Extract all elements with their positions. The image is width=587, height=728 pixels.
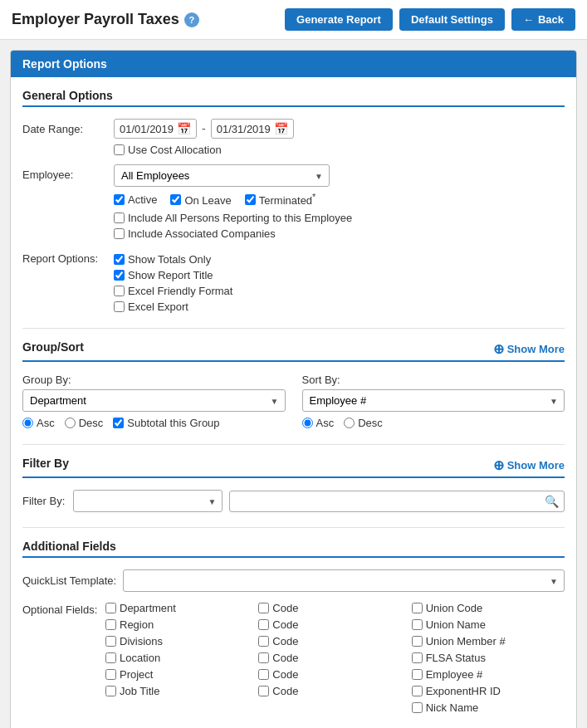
filter-search-icon[interactable]: 🔍: [545, 495, 559, 508]
calendar-from-icon[interactable]: 📅: [177, 122, 191, 135]
group-sort-selects-row: Group By: Department Employee Job Title …: [22, 374, 565, 429]
terminated-checkbox[interactable]: Terminated*: [245, 192, 316, 207]
filter-select-wrapper[interactable]: Department Employee Job Title: [73, 490, 223, 512]
filter-value-input[interactable]: [235, 495, 545, 507]
opt-project[interactable]: Project: [105, 668, 258, 681]
show-report-title-checkbox[interactable]: Show Report Title: [114, 269, 565, 281]
default-settings-button[interactable]: Default Settings: [399, 8, 505, 31]
opt-union-name[interactable]: Union Name: [412, 618, 565, 631]
show-totals-checkbox[interactable]: Show Totals Only: [114, 253, 565, 266]
opt-union-member[interactable]: Union Member #: [412, 635, 565, 647]
employee-controls: All Employees Specific Employee Active: [114, 164, 565, 240]
calendar-to-icon[interactable]: 📅: [274, 122, 288, 135]
opt-location-input[interactable]: [105, 652, 116, 663]
opt-divisions-input[interactable]: [105, 636, 116, 647]
opt-union-code-input[interactable]: [412, 603, 423, 613]
employee-select[interactable]: All Employees Specific Employee: [114, 164, 330, 187]
active-input[interactable]: [114, 194, 125, 205]
opt-code-5[interactable]: Code: [258, 668, 411, 681]
sort-desc-input[interactable]: [344, 418, 355, 428]
opt-employee-num[interactable]: Employee #: [412, 668, 565, 681]
sort-by-select[interactable]: Employee # Employee Name Department: [302, 389, 565, 412]
opt-flsa-status[interactable]: FLSA Status: [412, 652, 565, 664]
include-checkboxes: Include All Persons Reporting to this Em…: [114, 212, 565, 240]
group-asc-input[interactable]: [22, 418, 33, 428]
use-cost-allocation-checkbox[interactable]: Use Cost Allocation: [114, 144, 565, 156]
help-icon[interactable]: ?: [184, 12, 199, 27]
group-asc-radio[interactable]: Asc: [22, 417, 55, 429]
opt-code-5-input[interactable]: [258, 669, 269, 680]
opt-union-code[interactable]: Union Code: [412, 602, 565, 614]
group-sort-show-more-button[interactable]: ⊕ Show More: [493, 341, 565, 357]
include-companies-checkbox[interactable]: Include Associated Companies: [114, 227, 565, 240]
opt-department[interactable]: Department: [105, 602, 258, 614]
group-desc-input[interactable]: [65, 418, 76, 428]
opt-exponenthr-id[interactable]: ExponentHR ID: [412, 685, 565, 697]
sort-by-select-wrapper[interactable]: Employee # Employee Name Department: [302, 389, 565, 412]
use-cost-allocation-label: Use Cost Allocation: [128, 144, 222, 156]
date-to-input[interactable]: 01/31/2019 📅: [211, 119, 294, 139]
show-totals-input[interactable]: [114, 254, 125, 265]
back-button[interactable]: Back: [511, 8, 575, 31]
opt-code-6[interactable]: Code: [258, 685, 411, 697]
filter-select[interactable]: Department Employee Job Title: [73, 490, 223, 512]
include-persons-label: Include All Persons Reporting to this Em…: [128, 212, 352, 224]
include-persons-checkbox[interactable]: Include All Persons Reporting to this Em…: [114, 212, 565, 224]
divider-2: [22, 444, 565, 445]
employee-select-wrapper[interactable]: All Employees Specific Employee: [114, 164, 330, 187]
opt-flsa-status-label: FLSA Status: [426, 652, 486, 664]
terminated-input[interactable]: [245, 194, 256, 205]
excel-friendly-checkbox[interactable]: Excel Friendly Format: [114, 285, 565, 297]
use-cost-allocation-input[interactable]: [114, 144, 125, 155]
opt-flsa-status-input[interactable]: [412, 652, 423, 663]
opt-region[interactable]: Region: [105, 618, 258, 631]
excel-friendly-input[interactable]: [114, 286, 125, 296]
opt-employee-num-input[interactable]: [412, 669, 423, 680]
subtotal-input[interactable]: [113, 418, 124, 428]
quicklist-select-wrapper[interactable]: [123, 569, 565, 592]
on-leave-input[interactable]: [170, 194, 181, 205]
sort-asc-input[interactable]: [302, 418, 313, 428]
opt-union-name-input[interactable]: [412, 619, 423, 630]
opt-union-member-input[interactable]: [412, 636, 423, 647]
group-desc-radio[interactable]: Desc: [65, 417, 104, 429]
opt-code-4[interactable]: Code: [258, 652, 411, 664]
excel-export-checkbox[interactable]: Excel Export: [114, 300, 565, 313]
divider-1: [22, 328, 565, 329]
on-leave-checkbox[interactable]: On Leave: [170, 192, 231, 207]
opt-job-title[interactable]: Job Title: [105, 685, 258, 697]
opt-nick-name-input[interactable]: [412, 702, 423, 713]
opt-department-input[interactable]: [105, 603, 116, 613]
filter-show-more-button[interactable]: ⊕ Show More: [493, 457, 565, 473]
opt-code-2[interactable]: Code: [258, 618, 411, 631]
opt-region-input[interactable]: [105, 619, 116, 630]
active-label: Active: [128, 193, 157, 206]
group-by-select[interactable]: Department Employee Job Title Location: [22, 389, 286, 412]
opt-exponenthr-id-input[interactable]: [412, 686, 423, 696]
sort-desc-radio[interactable]: Desc: [344, 417, 383, 429]
include-persons-input[interactable]: [114, 213, 125, 223]
subtotal-checkbox[interactable]: Subtotal this Group: [113, 417, 219, 429]
group-by-select-wrapper[interactable]: Department Employee Job Title Location: [22, 389, 286, 412]
opt-nick-name[interactable]: Nick Name: [412, 701, 565, 714]
opt-divisions[interactable]: Divisions: [105, 635, 258, 647]
opt-code-1-input[interactable]: [258, 603, 269, 613]
opt-code-4-input[interactable]: [258, 652, 269, 663]
date-from-input[interactable]: 01/01/2019 📅: [114, 119, 197, 139]
quicklist-select[interactable]: [123, 569, 565, 592]
active-checkbox[interactable]: Active: [114, 192, 157, 207]
generate-report-button[interactable]: Generate Report: [285, 8, 393, 31]
excel-export-input[interactable]: [114, 301, 125, 312]
opt-location[interactable]: Location: [105, 652, 258, 664]
opt-code-3[interactable]: Code: [258, 635, 411, 647]
opt-job-title-input[interactable]: [105, 686, 116, 696]
opt-project-input[interactable]: [105, 669, 116, 680]
quicklist-row: QuickList Template:: [22, 569, 565, 592]
opt-code-2-input[interactable]: [258, 619, 269, 630]
include-companies-input[interactable]: [114, 228, 125, 239]
opt-code-3-input[interactable]: [258, 636, 269, 647]
show-report-title-input[interactable]: [114, 270, 125, 281]
sort-asc-radio[interactable]: Asc: [302, 417, 335, 429]
opt-code-1[interactable]: Code: [258, 602, 411, 614]
opt-code-6-input[interactable]: [258, 686, 269, 696]
